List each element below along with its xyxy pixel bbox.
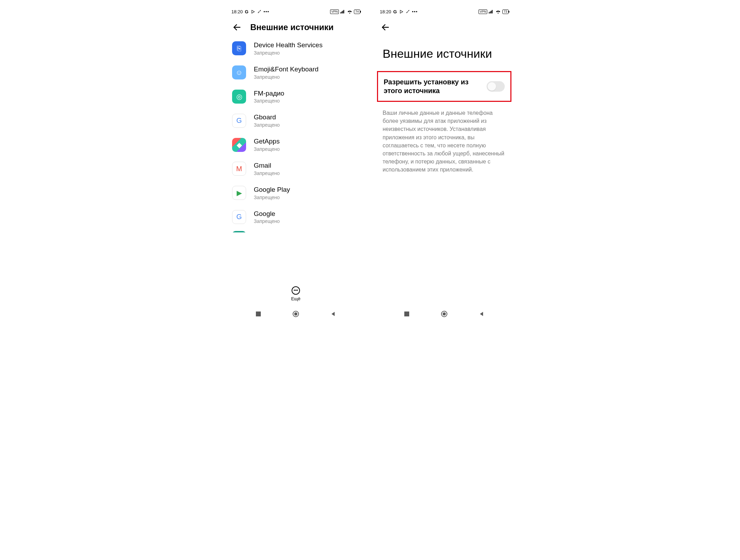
phone-left: 18:20 G ••• VPN 74	[226, 7, 366, 322]
vpn-icon: VPN	[479, 9, 487, 14]
app-row[interactable]: ☺Emoji&Font KeyboardЗапрещено	[232, 61, 359, 85]
app-status: Запрещено	[254, 74, 319, 80]
nav-home-button[interactable]	[292, 310, 300, 318]
app-name: Google Play	[254, 186, 290, 194]
svg-rect-16	[404, 312, 409, 316]
app-status: Запрещено	[254, 98, 284, 104]
nav-recent-button[interactable]	[254, 310, 263, 318]
phone-right: 18:20 G ••• VPN 73	[374, 7, 514, 322]
allow-install-row: Разрешить установку из этого источника	[377, 71, 511, 102]
app-status: Запрещено	[254, 218, 280, 224]
nav-bar-right	[374, 306, 514, 322]
wifi-icon	[495, 9, 501, 14]
app-row[interactable]: MGmailЗапрещено	[232, 157, 359, 181]
warning-description: Ваши личные данные и данные телефона бол…	[374, 102, 514, 181]
header-right	[374, 16, 514, 36]
more-notifications-icon: •••	[264, 9, 270, 14]
app-row[interactable]: ▶Google PlayЗапрещено	[232, 181, 359, 205]
back-button[interactable]	[381, 22, 390, 32]
more-label: Ещё	[291, 296, 301, 301]
svg-marker-10	[400, 10, 403, 13]
svg-rect-3	[342, 11, 343, 14]
app-row[interactable]: ◆GetAppsЗапрещено	[232, 133, 359, 157]
app-name: Gboard	[254, 113, 280, 121]
play-outline-icon	[399, 9, 404, 14]
svg-marker-0	[252, 10, 254, 13]
app-status: Запрещено	[254, 50, 322, 56]
app-icon: ◆	[232, 138, 246, 152]
svg-marker-9	[331, 312, 335, 316]
svg-point-18	[442, 313, 446, 316]
app-name: Emoji&Font Keyboard	[254, 65, 319, 74]
app-status: Запрещено	[254, 146, 280, 152]
battery-icon: 73	[502, 9, 509, 14]
app-list[interactable]: ⎘Device Health ServicesЗапрещено☺Emoji&F…	[226, 36, 366, 281]
svg-rect-6	[256, 312, 261, 316]
svg-point-8	[294, 313, 297, 316]
svg-rect-1	[340, 12, 341, 13]
page-title: Внешние источники	[374, 36, 514, 71]
app-icon: ◎	[232, 90, 246, 104]
svg-rect-12	[490, 12, 490, 13]
app-row[interactable]: ◎FM-радиоЗапрещено	[232, 85, 359, 109]
back-button[interactable]	[232, 22, 242, 32]
signal-icon	[340, 9, 345, 14]
wifi-icon	[347, 9, 352, 14]
app-icon: G	[232, 114, 246, 128]
app-row[interactable]: GGboardЗапрещено	[232, 108, 359, 133]
status-bar-right: 18:20 G ••• VPN 73	[374, 7, 514, 16]
status-bar-left: 18:20 G ••• VPN 74	[226, 7, 366, 16]
app-name: GetApps	[254, 138, 280, 146]
broom-icon	[257, 9, 261, 14]
page-title: Внешние источники	[250, 22, 334, 32]
svg-rect-14	[492, 10, 493, 14]
allow-install-toggle[interactable]	[487, 81, 505, 92]
vpn-icon: VPN	[330, 9, 339, 14]
nav-back-button[interactable]	[477, 310, 486, 318]
app-status: Запрещено	[254, 170, 280, 176]
play-outline-icon	[251, 9, 255, 14]
google-g-icon: G	[393, 9, 397, 14]
nav-recent-button[interactable]	[403, 310, 411, 318]
app-row[interactable]: ⎘Device Health ServicesЗапрещено	[232, 36, 359, 61]
app-icon: ☺	[232, 65, 246, 79]
svg-marker-19	[480, 312, 483, 316]
app-row-partial	[232, 229, 359, 232]
app-icon: ⎘	[232, 41, 246, 55]
svg-rect-11	[489, 12, 489, 13]
more-button[interactable]: ••• Ещё	[226, 281, 366, 306]
battery-icon: 74	[354, 9, 360, 14]
more-icon: •••	[292, 286, 300, 295]
app-name: Google	[254, 210, 280, 218]
header-left: Внешние источники	[226, 16, 366, 36]
app-name: Device Health Services	[254, 41, 322, 49]
status-time: 18:20	[380, 9, 391, 14]
app-status: Запрещено	[254, 122, 280, 128]
google-g-icon: G	[245, 9, 249, 14]
svg-rect-13	[491, 11, 491, 14]
app-status: Запрещено	[254, 195, 290, 200]
svg-rect-4	[343, 10, 344, 14]
nav-back-button[interactable]	[329, 310, 337, 318]
nav-home-button[interactable]	[440, 310, 448, 318]
allow-install-label: Разрешить установку из этого источника	[384, 78, 475, 95]
app-icon: ▶	[232, 186, 246, 200]
app-name: Gmail	[254, 162, 280, 170]
app-icon: M	[232, 162, 246, 176]
status-time: 18:20	[231, 9, 243, 14]
signal-icon	[489, 9, 494, 14]
app-row[interactable]: GGoogleЗапрещено	[232, 205, 359, 229]
app-name: FM-радио	[254, 90, 284, 98]
app-icon: G	[232, 210, 246, 224]
more-notifications-icon: •••	[412, 9, 418, 14]
broom-icon	[406, 9, 410, 14]
nav-bar-left	[226, 306, 366, 322]
svg-rect-2	[341, 12, 342, 13]
app-icon	[232, 231, 246, 232]
